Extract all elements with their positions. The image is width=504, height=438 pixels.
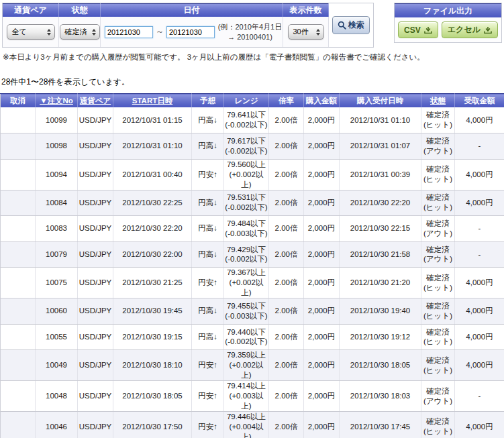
column-header-status[interactable]: 状態 — [421, 94, 455, 108]
download-icon — [424, 26, 432, 34]
cell-start: 2012/10/31 01:15 — [113, 107, 192, 133]
display-count-select[interactable]: 30件 — [288, 24, 324, 40]
cell-start: 2012/10/30 21:25 — [113, 268, 192, 298]
cell-start: 2012/10/31 01:10 — [113, 133, 192, 160]
cell-status-line: (ヒット) — [421, 427, 454, 437]
cell-purchase: 2,000円 — [304, 298, 340, 325]
cell-range: 79.440以下(-0.002以下) — [224, 324, 269, 350]
cell-payout: 4,000円 — [455, 268, 504, 298]
cell-range: 79.455以下(-0.003以下) — [224, 298, 269, 325]
cell-start: 2012/10/30 18:05 — [113, 381, 192, 412]
column-header-start[interactable]: START日時 — [113, 94, 192, 108]
date-from-input[interactable] — [105, 26, 153, 38]
status-header: 状態 — [59, 3, 101, 17]
excel-export-button[interactable]: エクセル — [442, 21, 498, 38]
table-row: 10084USD/JPY2012/10/30 22:25円高↓79.531以下(… — [1, 190, 504, 216]
cell-payout: 4,000円 — [455, 298, 504, 325]
cell-status-line: 確定済 — [421, 417, 454, 427]
cell-range-line: (-0.002以下) — [224, 146, 268, 156]
cell-status-line: (ヒット) — [421, 174, 454, 184]
cell-purchase: 2,000円 — [304, 133, 340, 160]
date-format-example: (例：2010年4月1日 → 20100401) — [217, 22, 283, 42]
cell-status-line: 確定済 — [421, 386, 454, 396]
cell-range-line: 79.414以上 — [224, 381, 268, 391]
cell-forecast: 円高↓ — [192, 241, 224, 268]
cell-cancel — [1, 381, 36, 412]
cell-payout: 4,000円 — [455, 159, 504, 190]
cell-range-line: (+0.004以上) — [224, 422, 268, 438]
cell-range: 79.429以下(-0.002以下) — [224, 241, 269, 268]
cell-multiplier: 2.00倍 — [269, 298, 304, 325]
download-icon — [484, 26, 492, 34]
currency-pair-cell: 全て — [3, 17, 59, 47]
cell-start: 2012/10/30 19:45 — [113, 298, 192, 325]
currency-pair-header: 通貨ペア — [3, 3, 59, 17]
date-to-input[interactable] — [166, 26, 215, 38]
cell-status: 確定済(ヒット) — [421, 324, 455, 350]
cell-pair: USD/JPY — [78, 381, 113, 412]
cell-range-line: 79.560以上 — [224, 160, 268, 170]
cell-status: 確定済(アウト) — [421, 241, 455, 268]
cell-range: 79.446以上(+0.004以上) — [224, 411, 269, 438]
cell-multiplier: 2.00倍 — [269, 241, 304, 268]
cell-order_no: 10098 — [36, 133, 78, 160]
currency-pair-value: 全て — [12, 27, 27, 37]
currency-pair-select[interactable]: 全て — [7, 24, 55, 40]
cell-pair: USD/JPY — [78, 350, 113, 381]
cell-range-line: (+0.002以上) — [224, 278, 268, 298]
cell-forecast: 円高↓ — [192, 216, 224, 242]
cell-cancel — [1, 324, 36, 350]
cell-accepted: 2012/10/30 19:12 — [340, 324, 421, 350]
cell-multiplier: 2.00倍 — [269, 350, 304, 381]
file-output-buttons: CSV エクセル — [395, 17, 501, 42]
cell-range-line: 79.446以上 — [224, 412, 268, 422]
cell-forecast: 円安↑ — [192, 350, 224, 381]
csv-export-button[interactable]: CSV — [398, 21, 438, 38]
cell-payout: - — [455, 216, 504, 242]
cell-order_no: 10046 — [36, 411, 78, 438]
cell-pair: USD/JPY — [78, 268, 113, 298]
cell-forecast: 円高↓ — [192, 133, 224, 160]
cell-forecast: 円高↓ — [192, 190, 224, 216]
cell-status: 確定済(ヒット) — [421, 350, 455, 381]
cell-range-line: 79.367以上 — [224, 268, 268, 278]
cell-status-line: (アウト) — [421, 254, 454, 264]
cell-forecast: 円安↑ — [192, 381, 224, 412]
cell-status-line: 確定済 — [421, 355, 454, 366]
history-availability-note: ※本日より3ヶ月前までの購入履歴が閲覧可能です。 3ヶ月以上前の履歴は「電子書類… — [3, 52, 504, 62]
cell-order_no: 10049 — [36, 350, 78, 381]
cell-pair: USD/JPY — [78, 107, 113, 133]
cell-cancel — [1, 133, 36, 160]
table-row: 10075USD/JPY2012/10/30 21:25円安↑79.367以上(… — [1, 268, 504, 298]
status-select[interactable]: 確定済 — [60, 24, 100, 40]
filter-bar: 通貨ペア 状態 日付 表示件数 検索 全て 確定済 — [2, 3, 502, 48]
column-header-pair[interactable]: 通貨ペア — [78, 94, 113, 108]
cell-status-line: (ヒット) — [421, 283, 454, 293]
select-arrows-icon — [316, 29, 320, 36]
search-button[interactable]: 検索 — [332, 16, 370, 34]
cell-order_no: 10048 — [36, 381, 78, 412]
table-row: 10046USD/JPY2012/10/30 17:50円安↑79.446以上(… — [1, 411, 504, 438]
excel-button-label: エクセル — [448, 24, 481, 36]
cell-start: 2012/10/30 22:00 — [113, 241, 192, 268]
cell-order_no: 10075 — [36, 268, 78, 298]
cell-status-line: 確定済 — [421, 136, 454, 146]
cell-accepted: 2012/10/30 21:20 — [340, 268, 421, 298]
history-table-body: 10099USD/JPY2012/10/31 01:15円高↓79.641以下(… — [1, 107, 504, 438]
cell-accepted: 2012/10/30 22:15 — [340, 216, 421, 242]
cell-purchase: 2,000円 — [304, 381, 340, 412]
column-header-order_no[interactable]: ▼注文No — [36, 94, 78, 108]
cell-order_no: 10099 — [36, 107, 78, 133]
column-header-multiplier: 倍率 — [269, 94, 304, 108]
cell-payout: 4,000円 — [455, 411, 504, 438]
column-header-cancel: 取消 — [1, 94, 36, 108]
cell-purchase: 2,000円 — [304, 241, 340, 268]
cell-range-line: (+0.003以上) — [224, 391, 268, 411]
cell-pair: USD/JPY — [78, 241, 113, 268]
cell-range-line: (-0.002以下) — [224, 254, 268, 264]
cell-purchase: 2,000円 — [304, 324, 340, 350]
cell-status-line: (アウト) — [421, 229, 454, 239]
cell-range: 79.367以上(+0.002以上) — [224, 268, 269, 298]
cell-forecast: 円高↓ — [192, 107, 224, 133]
table-row: 10049USD/JPY2012/10/30 18:10円安↑79.359以上(… — [1, 350, 504, 381]
